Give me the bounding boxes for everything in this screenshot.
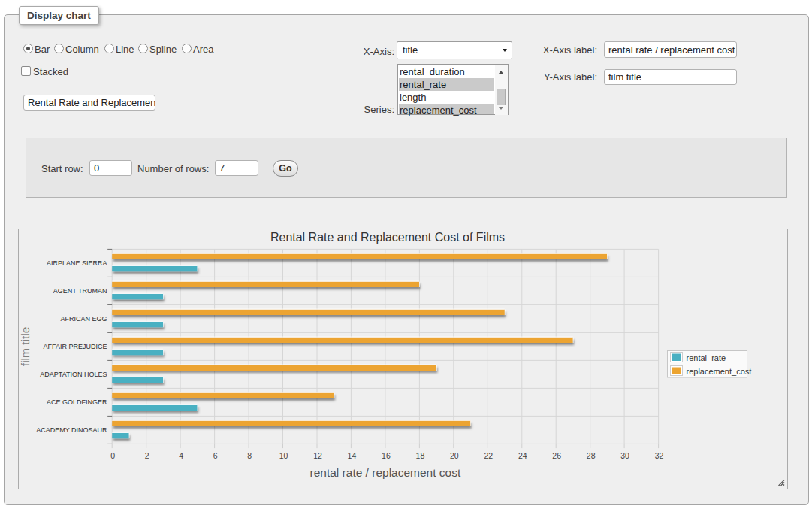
svg-text:ACADEMY DINOSAUR: ACADEMY DINOSAUR: [36, 426, 107, 434]
svg-text:AGENT TRUMAN: AGENT TRUMAN: [53, 287, 107, 295]
svg-text:20: 20: [450, 451, 459, 460]
svg-text:10: 10: [279, 451, 288, 460]
svg-text:rental rate / replacement cost: rental rate / replacement cost: [310, 466, 461, 479]
svg-text:2: 2: [145, 451, 149, 460]
svg-text:rental_rate: rental_rate: [687, 353, 726, 362]
svg-text:6: 6: [213, 451, 218, 460]
svg-text:32: 32: [655, 451, 664, 460]
svg-text:0: 0: [110, 451, 115, 460]
svg-text:ACE GOLDFINGER: ACE GOLDFINGER: [47, 398, 107, 406]
svg-text:AFFAIR PREJUDICE: AFFAIR PREJUDICE: [43, 343, 107, 350]
svg-text:Rental Rate and Replacement Co: Rental Rate and Replacement Cost of Film…: [270, 231, 505, 244]
svg-text:4: 4: [179, 451, 183, 460]
svg-text:14: 14: [348, 451, 357, 460]
svg-text:8: 8: [247, 451, 252, 460]
svg-text:24: 24: [518, 451, 527, 460]
svg-text:AFRICAN EGG: AFRICAN EGG: [60, 315, 107, 323]
svg-text:22: 22: [484, 451, 493, 460]
svg-text:26: 26: [552, 451, 561, 460]
svg-text:ADAPTATION HOLES: ADAPTATION HOLES: [40, 371, 107, 378]
svg-text:AIRPLANE SIERRA: AIRPLANE SIERRA: [47, 259, 107, 267]
svg-text:film title: film title: [19, 327, 32, 367]
svg-text:30: 30: [620, 451, 629, 460]
svg-text:28: 28: [587, 451, 596, 460]
svg-text:18: 18: [416, 451, 425, 460]
svg-text:12: 12: [313, 451, 322, 460]
svg-text:replacement_cost: replacement_cost: [687, 367, 752, 376]
svg-text:16: 16: [382, 451, 391, 460]
